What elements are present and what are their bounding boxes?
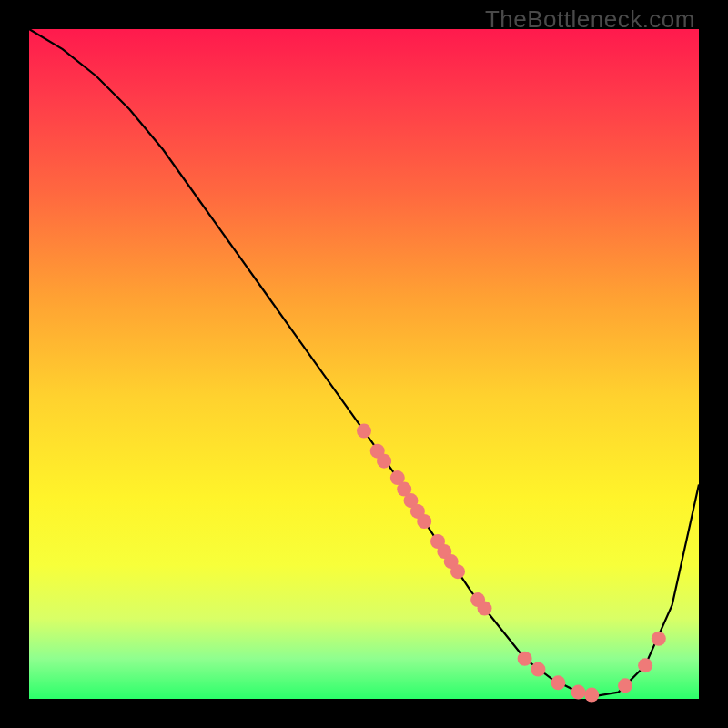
data-marker	[638, 658, 652, 672]
data-marker	[551, 675, 565, 690]
data-marker	[571, 685, 586, 700]
data-marker	[357, 424, 371, 439]
data-marker	[618, 678, 632, 693]
data-marker	[518, 652, 532, 666]
bottleneck-curve	[29, 29, 699, 695]
data-marker	[584, 688, 599, 703]
data-marker	[478, 602, 492, 616]
chart-svg	[29, 29, 699, 699]
data-marker	[450, 564, 465, 579]
data-marker	[417, 514, 431, 529]
data-markers	[357, 424, 666, 703]
data-marker	[531, 662, 545, 677]
data-marker	[652, 632, 666, 646]
data-marker	[377, 454, 391, 469]
